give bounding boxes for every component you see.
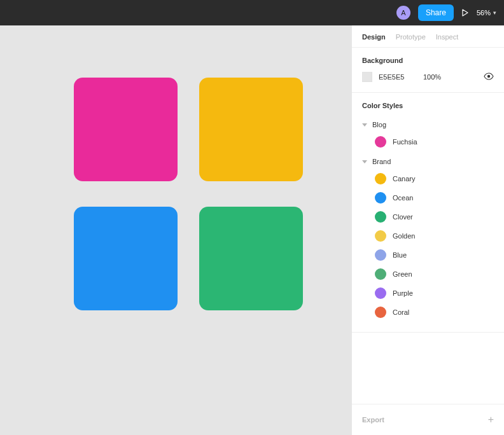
color-swatch-icon xyxy=(375,307,386,318)
background-row[interactable]: E5E5E5 100% xyxy=(362,72,494,82)
color-swatch-icon xyxy=(375,249,386,261)
zoom-label: 56% xyxy=(477,9,491,17)
shape-rect[interactable] xyxy=(74,78,178,181)
color-swatch-icon xyxy=(375,173,386,184)
chevron-down-icon: ▾ xyxy=(493,10,496,16)
color-style-row[interactable]: Green xyxy=(362,265,494,284)
visibility-icon[interactable] xyxy=(484,72,494,81)
style-group-header[interactable]: Blog xyxy=(362,117,494,132)
style-group-label: Brand xyxy=(372,158,391,165)
zoom-control[interactable]: 56% ▾ xyxy=(477,9,496,17)
play-icon[interactable] xyxy=(461,9,469,17)
chevron-down-icon xyxy=(362,123,367,127)
color-swatch-icon xyxy=(375,287,386,299)
style-group: BrandCanaryOceanCloverGoldenBlueGreenPur… xyxy=(362,154,494,322)
color-style-row[interactable]: Coral xyxy=(362,303,494,322)
style-group-header[interactable]: Brand xyxy=(362,154,494,169)
color-style-name: Purple xyxy=(393,289,413,297)
chevron-down-icon xyxy=(362,160,367,163)
background-hex[interactable]: E5E5E5 xyxy=(379,73,417,81)
shape-rect[interactable] xyxy=(74,207,178,310)
color-style-row[interactable]: Clover xyxy=(362,207,494,226)
avatar[interactable]: A xyxy=(396,6,410,20)
color-style-row[interactable]: Blue xyxy=(362,245,494,265)
svg-point-0 xyxy=(487,75,490,78)
color-style-name: Clover xyxy=(393,213,413,221)
color-swatch-icon xyxy=(375,211,386,223)
side-panel: Design Prototype Inspect Background E5E5… xyxy=(351,25,504,435)
color-styles-heading: Color Styles xyxy=(362,102,494,109)
color-styles-section: Color Styles BlogFuchsiaBrandCanaryOcean… xyxy=(352,93,504,333)
color-style-row[interactable]: Purple xyxy=(362,284,494,303)
background-heading: Background xyxy=(362,57,494,64)
background-section: Background E5E5E5 100% xyxy=(352,48,504,93)
topbar: A Share 56% ▾ xyxy=(0,0,504,25)
color-style-row[interactable]: Golden xyxy=(362,226,494,245)
shape-rect[interactable] xyxy=(199,207,303,310)
color-swatch-icon xyxy=(375,230,386,242)
color-swatch-icon xyxy=(375,136,386,148)
plus-icon[interactable]: + xyxy=(488,415,494,425)
tab-inspect[interactable]: Inspect xyxy=(436,33,458,41)
color-style-row[interactable]: Ocean xyxy=(362,188,494,207)
color-style-name: Fuchsia xyxy=(393,138,417,146)
color-style-row[interactable]: Fuchsia xyxy=(362,132,494,151)
panel-tabs: Design Prototype Inspect xyxy=(352,25,504,48)
color-style-name: Coral xyxy=(393,308,409,316)
background-swatch[interactable] xyxy=(362,72,372,82)
color-swatch-icon xyxy=(375,268,386,280)
share-button[interactable]: Share xyxy=(418,4,454,21)
canvas-shapes xyxy=(74,78,303,310)
tab-design[interactable]: Design xyxy=(362,33,386,41)
color-style-name: Ocean xyxy=(393,194,413,202)
export-label: Export xyxy=(362,416,384,424)
style-group: BlogFuchsia xyxy=(362,117,494,151)
tab-prototype[interactable]: Prototype xyxy=(396,33,426,41)
canvas[interactable] xyxy=(0,25,351,435)
color-style-row[interactable]: Canary xyxy=(362,169,494,188)
color-style-name: Canary xyxy=(393,175,415,183)
color-style-name: Green xyxy=(393,270,412,278)
shape-rect[interactable] xyxy=(199,78,303,181)
color-swatch-icon xyxy=(375,192,386,204)
style-group-label: Blog xyxy=(372,121,386,128)
color-style-name: Golden xyxy=(393,232,415,240)
background-opacity[interactable]: 100% xyxy=(423,73,449,81)
color-style-name: Blue xyxy=(393,251,407,259)
export-section[interactable]: Export + xyxy=(352,404,504,435)
